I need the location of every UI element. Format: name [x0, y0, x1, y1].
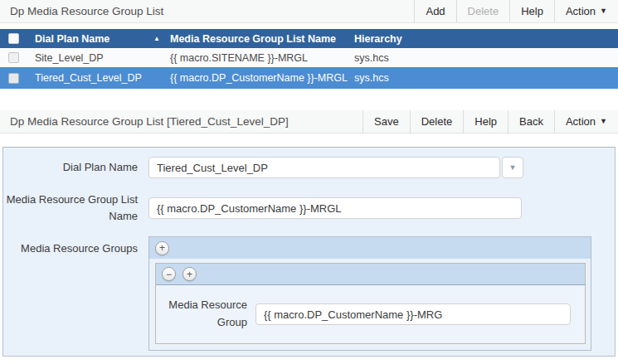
detail-toolbar-buttons: Save Delete Help Back Action ▼ — [363, 110, 618, 133]
table-header-row: Dial Plan Name ▲ Media Resource Group Li… — [0, 29, 618, 48]
remove-group-button[interactable]: − — [162, 267, 176, 281]
delete-button: Delete — [456, 0, 510, 22]
dropdown-arrow-button[interactable]: ▼ — [502, 157, 523, 178]
table-row[interactable]: Site_Level_DP {{ macro.SITENAME }}-MRGL … — [0, 48, 618, 67]
help-button[interactable]: Help — [463, 110, 508, 133]
select-all-checkbox[interactable] — [8, 33, 19, 44]
cell-mrgl-name[interactable]: {{ macro.SITENAME }}-MRGL — [170, 52, 354, 64]
help-button[interactable]: Help — [509, 0, 554, 22]
mrgl-name-row: Media Resource Group List Name — [3, 192, 615, 225]
media-resource-groups-label: Media Resource Groups — [3, 236, 138, 257]
cell-dial-plan-name[interactable]: Site_Level_DP — [35, 52, 170, 64]
caret-down-icon: ▼ — [600, 118, 607, 125]
dropdown-arrow-icon: ▼ — [509, 163, 517, 172]
media-resource-groups-container: + − + Media Resource Group — [148, 236, 591, 351]
list-panel-title: Dp Media Resource Group List — [0, 5, 414, 17]
group-item-panel: − + Media Resource Group — [155, 263, 586, 344]
dial-plan-row: Dial Plan Name ▼ — [3, 157, 615, 178]
group-item-bar: − + — [156, 264, 585, 285]
add-group-button[interactable]: + — [182, 267, 197, 281]
mrgl-table: Dial Plan Name ▲ Media Resource Group Li… — [0, 29, 618, 89]
action-menu-button[interactable]: Action ▼ — [554, 0, 618, 22]
cell-hierarchy[interactable]: sys.hcs — [354, 52, 618, 64]
detail-toolbar: Dp Media Resource Group List [Tiered_Cus… — [0, 110, 618, 133]
action-label: Action — [566, 5, 596, 17]
column-hierarchy[interactable]: Hierarchy — [354, 33, 618, 45]
plus-icon: + — [187, 269, 192, 279]
column-mrgl-name[interactable]: Media Resource Group List Name — [170, 33, 354, 45]
table-row-selected[interactable]: Tiered_Cust_Level_DP {{ macro.DP_Custome… — [0, 67, 618, 89]
cell-dial-plan-name[interactable]: Tiered_Cust_Level_DP — [35, 72, 170, 84]
caret-down-icon: ▼ — [600, 7, 607, 15]
dial-plan-input[interactable] — [148, 157, 500, 178]
sort-asc-icon: ▲ — [153, 35, 160, 42]
delete-button[interactable]: Delete — [410, 110, 464, 133]
detail-form: Dial Plan Name ▼ Media Resource Group Li… — [2, 147, 616, 357]
media-resource-group-input[interactable] — [255, 303, 571, 325]
detail-panel-title: Dp Media Resource Group List [Tiered_Cus… — [0, 115, 363, 128]
group-item-content: Media Resource Group — [156, 285, 585, 343]
minus-icon: − — [166, 269, 172, 279]
row-checkbox[interactable] — [8, 73, 19, 84]
column-dial-plan-name[interactable]: Dial Plan Name ▲ — [35, 33, 170, 45]
groups-add-bar: + — [149, 237, 591, 259]
plus-icon: + — [159, 243, 165, 253]
action-label: Action — [566, 115, 596, 128]
list-toolbar: Dp Media Resource Group List Add Delete … — [0, 0, 618, 23]
add-group-button[interactable]: + — [155, 241, 169, 255]
add-button[interactable]: Add — [414, 0, 455, 22]
cell-hierarchy[interactable]: sys.hcs — [354, 72, 618, 84]
dial-plan-combobox: ▼ — [148, 157, 523, 178]
save-button[interactable]: Save — [363, 110, 410, 133]
row-checkbox[interactable] — [8, 52, 19, 63]
cell-mrgl-name[interactable]: {{ macro.DP_CustomerName }}-MRGL — [170, 72, 354, 84]
dial-plan-label: Dial Plan Name — [3, 159, 138, 176]
list-toolbar-buttons: Add Delete Help Action ▼ — [414, 0, 618, 22]
mrgl-name-label: Media Resource Group List Name — [3, 192, 138, 225]
media-resource-groups-row: Media Resource Groups + − + Media Resour… — [3, 236, 615, 351]
media-resource-group-label: Media Resource Group — [156, 297, 247, 332]
back-button[interactable]: Back — [508, 110, 554, 133]
mrgl-name-input[interactable] — [148, 197, 522, 219]
action-menu-button[interactable]: Action ▼ — [554, 110, 618, 133]
